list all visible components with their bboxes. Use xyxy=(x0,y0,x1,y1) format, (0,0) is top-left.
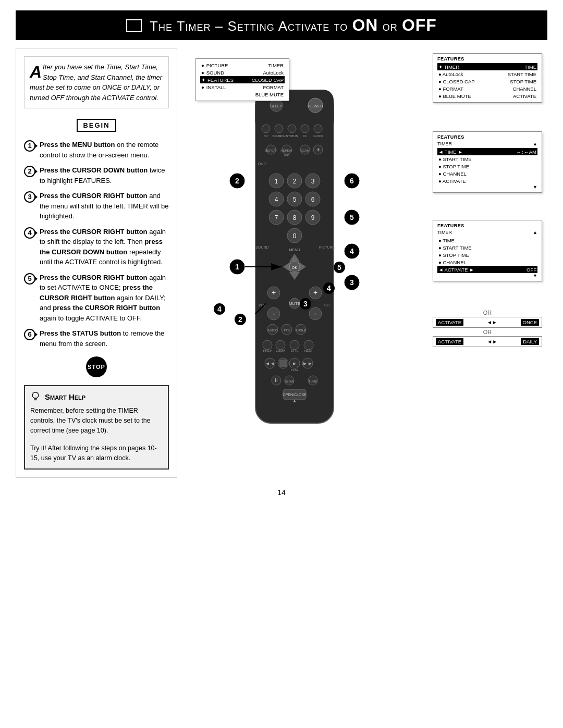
svg-point-84 xyxy=(290,340,299,350)
ms-item-hl: ✦ FEATURES CLOSED CAP xyxy=(200,76,285,83)
step-text-6: Press the STATUS button to remove the me… xyxy=(40,328,169,349)
svg-text:1: 1 xyxy=(275,178,278,185)
ms-item: ● CHANNEL xyxy=(437,258,537,266)
svg-text:7: 7 xyxy=(275,214,278,221)
step-1: 1 Press the MENU button on the remote co… xyxy=(24,140,169,160)
svg-point-80 xyxy=(263,340,272,350)
activate-left-daily: ACTIVATE xyxy=(436,338,463,345)
screen-panel-2: FEATURES ✦ TIMER TIME ● AutoLock START T… xyxy=(433,53,542,103)
ms-item: ● INSTALL FORMAT xyxy=(200,83,285,91)
svg-text:SOURCE: SOURCE xyxy=(272,134,286,138)
svg-text:FTS: FTS xyxy=(284,329,289,332)
svg-text:3: 3 xyxy=(350,278,354,287)
activate-left-once: ACTIVATE xyxy=(436,319,463,326)
step-number-2: 2 xyxy=(24,166,35,177)
svg-text:0: 0 xyxy=(293,232,297,240)
ms-item: ● CLOSED CAP STOP TIME xyxy=(437,78,537,85)
callout-5-circle: 5 xyxy=(334,262,345,273)
svg-text:TUNE: TUNE xyxy=(309,380,317,383)
callout-4-circle: 4 xyxy=(214,303,225,315)
ms-item: ● STOP TIME xyxy=(437,251,537,258)
callout-2-circle: 2 xyxy=(235,314,246,325)
title-bar: The Timer – Setting Activate to ON or OF… xyxy=(16,10,547,40)
screen-panel-4: FEATURES TIMER▲ ● TIME ● START TIME ● ST… xyxy=(433,220,542,281)
begin-badge: BEGIN xyxy=(24,119,169,132)
step-number-6: 6 xyxy=(24,329,35,340)
svg-text:PICTURE: PICTURE xyxy=(319,245,335,249)
ms-item: ● ACTIVATE xyxy=(437,177,537,184)
svg-point-15 xyxy=(275,125,283,133)
screen4-title: FEATURES xyxy=(437,223,537,228)
svg-text:☀: ☀ xyxy=(316,147,321,153)
step-2: 2 Press the CURSOR DOWN button twice to … xyxy=(24,165,169,186)
activate-right-once: ONCE xyxy=(521,319,539,326)
svg-text:ANGLE: ANGLE xyxy=(296,329,306,332)
ms-item: ● AutoLock START TIME xyxy=(437,70,537,78)
svg-text:SCAN: SCAN xyxy=(301,149,310,152)
or-label-1: OR xyxy=(433,310,542,316)
ms-item-hl: ◄ TIME ► -- : -- AM xyxy=(437,148,537,155)
activate-daily-row: ACTIVATE ◄► DAILY xyxy=(433,336,542,347)
svg-text:A-B: A-B xyxy=(284,154,289,157)
svg-text:-: - xyxy=(314,310,317,318)
ms-item-hl: ✦ TIMER TIME xyxy=(437,63,537,70)
intro-body: fter you have set the Time, Start Time, … xyxy=(30,63,162,102)
svg-text:NEXT: NEXT xyxy=(304,349,313,352)
screen-panel-1: ● PICTURE TIMER ● SOUND AutoLock ✦ FEATU… xyxy=(195,58,289,101)
activate-once-row: ACTIVATE ◄► ONCE xyxy=(433,317,542,328)
svg-text:⏸: ⏸ xyxy=(274,377,279,383)
svg-text:SOUND: SOUND xyxy=(255,245,268,249)
bulb-icon xyxy=(30,391,41,402)
svg-text:►►: ►► xyxy=(302,361,313,366)
ms-item: ● STOP TIME xyxy=(437,163,537,170)
svg-text:4: 4 xyxy=(350,247,354,255)
activate-right-daily: DAILY xyxy=(521,338,539,345)
step-number-4: 4 xyxy=(24,227,35,239)
screen2-title: FEATURES xyxy=(437,56,537,61)
stop-circle: STOP xyxy=(86,356,107,377)
step-number-5: 5 xyxy=(24,273,35,285)
svg-text:6: 6 xyxy=(311,196,315,203)
main-content: A fter you have set the Time, Start Time… xyxy=(16,48,547,478)
callout-5: 5 xyxy=(334,262,345,273)
step-5: 5 Press the CURSOR RIGHT button again to… xyxy=(24,273,169,324)
svg-text:2: 2 xyxy=(293,178,297,185)
begin-label: BEGIN xyxy=(77,119,116,132)
menu-screen-3: FEATURES TIMER▲ ◄ TIME ► -- : -- AM ● ST… xyxy=(433,131,542,193)
svg-point-21 xyxy=(314,125,322,133)
screen3-title: FEATURES xyxy=(437,134,537,140)
svg-text:TV: TV xyxy=(264,134,268,138)
menu-screen-4: FEATURES TIMER▲ ● TIME ● START TIME ● ST… xyxy=(433,220,542,281)
step-number-3: 3 xyxy=(24,191,35,203)
step-text-4: Press the CURSOR RIGHT button again to s… xyxy=(40,227,169,267)
step-4: 4 Press the CURSOR RIGHT button again to… xyxy=(24,227,169,267)
svg-text:4: 4 xyxy=(275,196,278,203)
ms-item: ● PICTURE TIMER xyxy=(200,61,285,69)
or-label-2: OR xyxy=(433,329,542,335)
svg-rect-91 xyxy=(279,360,287,367)
step-text-5: Press the CURSOR RIGHT button again to s… xyxy=(40,273,169,324)
ms-item-hl: ◄ ACTIVATE ► OFF xyxy=(437,266,537,273)
svg-text:5: 5 xyxy=(293,196,297,203)
smart-help-box: Smart Help Remember, before setting the … xyxy=(24,385,169,470)
svg-text:OK: OK xyxy=(292,266,297,269)
svg-text:OPEN/CLOSE: OPEN/CLOSE xyxy=(283,393,307,397)
svg-text:8: 8 xyxy=(293,214,297,221)
svg-text:1: 1 xyxy=(235,263,239,271)
callout-4b: 4 xyxy=(323,282,335,294)
svg-text:◄◄: ◄◄ xyxy=(265,361,275,366)
svg-text:MUTE: MUTE xyxy=(289,301,301,306)
screen3-subtitle: TIMER▲ xyxy=(437,141,537,146)
callout-3-circle: 3 xyxy=(300,298,311,310)
svg-text:PLAY: PLAY xyxy=(291,368,299,372)
step-number-1: 1 xyxy=(24,140,35,152)
menu-screen-2: FEATURES ✦ TIMER TIME ● AutoLock START T… xyxy=(433,53,542,103)
svg-point-17 xyxy=(288,125,296,133)
stop-badge: STOP xyxy=(24,356,169,377)
ms-item: ● START TIME xyxy=(437,155,537,163)
smart-help-text-2: Try it! After following the steps on pag… xyxy=(30,443,163,463)
callout-3: 3 xyxy=(300,298,311,310)
svg-text:3: 3 xyxy=(311,178,315,185)
step-text-2: Press the CURSOR DOWN button twice to hi… xyxy=(40,165,169,186)
svg-text:PREV: PREV xyxy=(263,349,272,352)
